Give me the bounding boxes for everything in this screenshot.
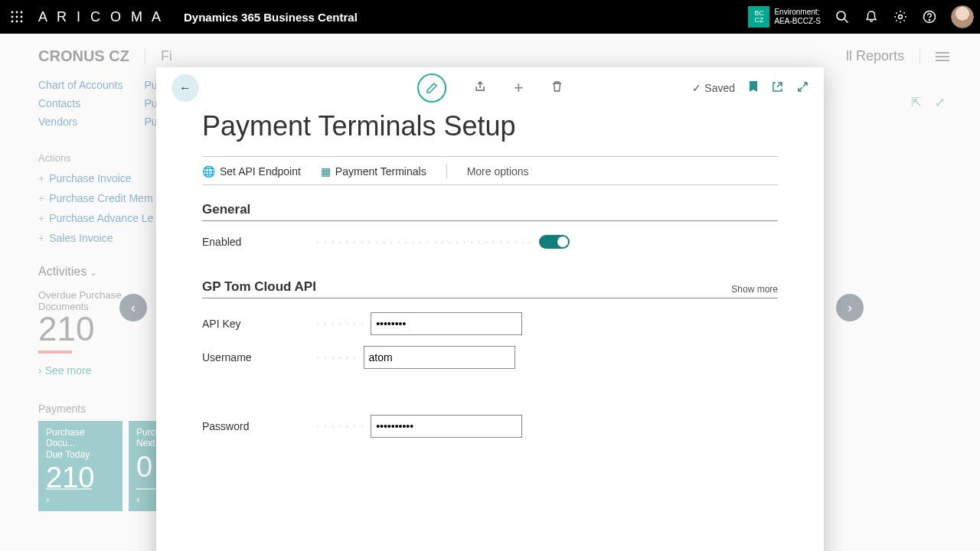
svg-line-10 xyxy=(844,19,848,23)
nav-link[interactable]: Chart of Accounts xyxy=(38,79,123,91)
workspace: CRONUS CZ Fi ll Reports Chart of Account… xyxy=(0,34,980,551)
svg-point-11 xyxy=(899,15,903,19)
enabled-toggle[interactable] xyxy=(539,235,570,249)
svg-point-6 xyxy=(11,21,14,23)
saved-indicator: ✓ Saved xyxy=(692,82,735,94)
bookmark-icon[interactable] xyxy=(749,80,758,96)
api-key-label: API Key xyxy=(202,318,317,330)
tile-due-today[interactable]: Purchase Docu... Due Today 210 › xyxy=(38,421,122,511)
password-input[interactable] xyxy=(371,415,522,438)
svg-point-4 xyxy=(16,16,18,18)
app-launcher-icon[interactable] xyxy=(6,6,28,28)
top-bar: A R I C O M A Dynamics 365 Business Cent… xyxy=(0,0,980,34)
settings-icon[interactable] xyxy=(893,9,908,24)
set-api-endpoint-action[interactable]: 🌐Set API Endpoint xyxy=(202,165,301,178)
brand-logo: A R I C O M A xyxy=(38,9,164,25)
expand-icon[interactable] xyxy=(797,81,808,96)
username-label: Username xyxy=(202,351,317,364)
share-icon[interactable] xyxy=(474,80,486,96)
svg-point-0 xyxy=(11,11,14,14)
api-key-input[interactable] xyxy=(371,312,522,335)
reports-link[interactable]: ll Reports xyxy=(846,48,904,64)
svg-point-5 xyxy=(21,16,23,18)
svg-point-3 xyxy=(11,16,14,18)
svg-point-8 xyxy=(21,21,23,23)
username-input[interactable] xyxy=(364,346,515,369)
user-avatar[interactable] xyxy=(951,5,974,28)
collapse-icon[interactable]: ⤢ xyxy=(935,95,945,109)
tile-label: Purchase Docu... xyxy=(46,427,115,449)
environment-badge[interactable]: BCCZ Environment:AEA-BCCZ-S xyxy=(748,6,821,28)
nav-tab[interactable]: Fi xyxy=(161,48,172,64)
help-icon[interactable] xyxy=(922,9,937,24)
new-icon[interactable]: + xyxy=(514,78,524,98)
delete-icon[interactable] xyxy=(551,80,563,96)
nav-link[interactable]: Vendors xyxy=(38,116,123,128)
nav-link[interactable]: Contacts xyxy=(38,97,123,109)
hamburger-icon[interactable] xyxy=(936,52,949,61)
svg-point-1 xyxy=(16,11,18,14)
env-badge-line2: CZ xyxy=(754,17,763,24)
carousel-next-icon[interactable]: › xyxy=(836,294,864,321)
password-label: Password xyxy=(202,420,317,432)
search-icon[interactable] xyxy=(835,9,850,24)
svg-point-9 xyxy=(837,11,845,20)
svg-point-7 xyxy=(16,21,18,23)
section-general[interactable]: General xyxy=(202,202,778,221)
notifications-icon[interactable] xyxy=(864,9,879,24)
more-options-link[interactable]: More options xyxy=(467,165,529,178)
carousel-prev-icon[interactable]: ‹ xyxy=(119,294,147,321)
page-title: Payment Terminals Setup xyxy=(202,110,778,142)
app-title: Dynamics 365 Business Central xyxy=(184,11,358,24)
svg-point-2 xyxy=(21,11,23,14)
kpi-bar xyxy=(38,350,72,354)
company-name[interactable]: CRONUS CZ xyxy=(38,47,129,65)
popout-icon[interactable] xyxy=(772,81,783,96)
env-name: AEA-BCCZ-S xyxy=(774,17,821,26)
svg-point-13 xyxy=(929,20,929,21)
back-button[interactable]: ← xyxy=(172,74,199,102)
edit-button[interactable] xyxy=(417,73,446,103)
enabled-label: Enabled xyxy=(202,236,317,248)
show-more-link[interactable]: Show more xyxy=(731,284,778,295)
payment-terminals-action[interactable]: ▦Payment Terminals xyxy=(321,165,426,178)
tile-label: Due Today xyxy=(46,449,115,460)
section-gp-tom-api[interactable]: GP Tom Cloud API Show more xyxy=(202,279,778,298)
payment-terminals-setup-panel: ← + ✓ Saved Payment Terminals Setup 🌐Set… xyxy=(156,67,824,551)
env-label: Environment: xyxy=(774,8,821,17)
pin-icon[interactable]: ⇱ xyxy=(911,95,921,109)
